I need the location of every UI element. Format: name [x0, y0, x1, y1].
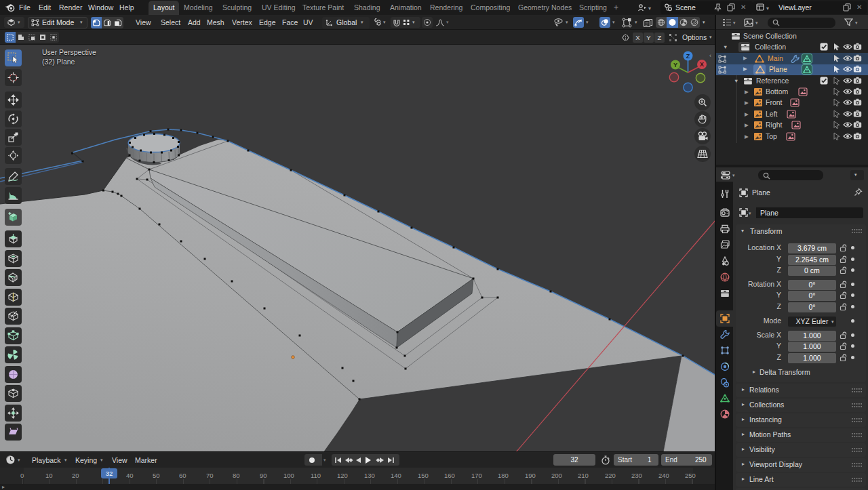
svg-text:Y: Y — [673, 62, 677, 68]
svg-text:Z: Z — [686, 53, 690, 60]
svg-text:X: X — [700, 61, 704, 68]
